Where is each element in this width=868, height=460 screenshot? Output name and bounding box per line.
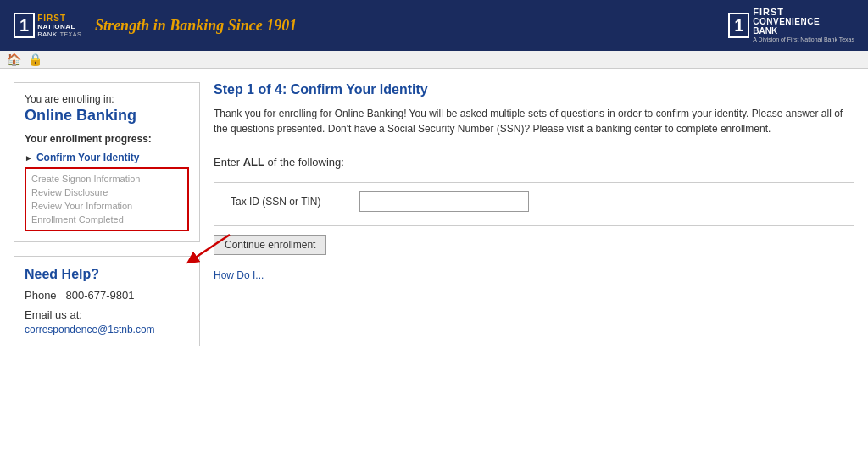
sub-header: 🏠 🔒 [0,51,868,69]
fcb-number: 1 [734,17,743,34]
phone-label: Phone [25,289,57,302]
lock-icon: 🔒 [28,53,42,66]
step-review-info: Review Your Information [31,199,182,213]
phone-number: 800-677-9801 [65,289,134,302]
step-disclosure-label: Review Disclosure [31,187,108,197]
fcb-first-label: FIRST [753,7,784,17]
tax-id-input[interactable] [359,191,529,212]
fcb-text: FIRST CONVENIENCE BANK A Division of Fir… [753,7,854,43]
fcb-division-label: A Division of First National Bank Texas [753,36,854,43]
progress-label: Your enrollment progress: [25,133,189,145]
step-enrollment-completed: Enrollment Completed [31,213,182,226]
fcb-convenience-label: CONVENIENCE [753,17,820,26]
how-do-i-link[interactable]: How Do I... [214,269,264,281]
sidebar: You are enrolling in: Online Banking You… [14,82,200,346]
step-confirm-label: Confirm Your Identity [36,152,140,163]
fnb-logo: 1 FIRST NATIONAL BANK TEXAS [14,13,81,38]
enter-all-suffix: of the following: [264,156,344,169]
enter-all-bold: ALL [243,156,264,169]
fcb-bank-label: BANK [753,26,777,36]
home-icon[interactable]: 🏠 [7,53,21,66]
email-link[interactable]: correspondence@1stnb.com [25,324,155,335]
step-review-label: Review Your Information [31,201,132,211]
svg-line-1 [192,235,230,260]
need-help-title: Need Help? [25,267,189,282]
divider-mid [214,182,854,183]
email-label: Email us at: [25,308,189,321]
fcb-logo: 1 FIRST CONVENIENCE BANK A Division of F… [728,7,854,43]
fnb-number: 1 [19,17,29,34]
header-left: 1 FIRST NATIONAL BANK TEXAS Strength in … [14,13,297,38]
fnb-logo-box: 1 [14,13,35,38]
phone-row: Phone 800-677-9801 [25,289,189,302]
step-create-signon: Create Signon Information [31,172,182,186]
fnb-first: FIRST [37,14,66,23]
main-panel: Step 1 of 4: Confirm Your Identity Thank… [214,82,854,346]
tax-id-row: Tax ID (SSN or TIN) [214,191,854,212]
bank-slogan: Strength in Banking Since 1901 [95,17,297,35]
help-sidebar: Need Help? Phone 800-677-9801 Email us a… [14,256,200,346]
fnb-bank-texas: BANK TEXAS [37,30,81,38]
tax-id-label: Tax ID (SSN or TIN) [231,196,349,208]
red-arrow [183,230,234,267]
step-arrow-icon: ► [25,153,33,163]
divider-top [214,147,854,147]
enter-all-prefix: Enter [214,156,243,169]
step-review-disclosure: Review Disclosure [31,186,182,199]
step-confirm-identity: ► Confirm Your Identity [25,150,189,165]
step-completed-label: Enrollment Completed [31,214,124,224]
header-right: 1 FIRST CONVENIENCE BANK A Division of F… [728,7,854,43]
fnb-national: NATIONAL [37,23,75,30]
online-banking-label: Online Banking [25,107,189,125]
main-content: You are enrolling in: Online Banking You… [0,69,868,360]
divider-bottom [214,225,854,226]
fnb-text-lines: FIRST NATIONAL BANK TEXAS [37,14,81,38]
step-create-label: Create Signon Information [31,174,140,184]
inactive-steps-box: Create Signon Information Review Disclos… [25,167,189,231]
page-header: 1 FIRST NATIONAL BANK TEXAS Strength in … [0,0,868,51]
fcb-logo-box: 1 [728,13,749,38]
enrollment-sidebar: You are enrolling in: Online Banking You… [14,82,200,242]
enrolling-label: You are enrolling in: [25,93,189,105]
step-description: Thank you for enrolling for Online Banki… [214,106,854,136]
enter-all-text: Enter ALL of the following: [214,156,854,169]
step-title: Step 1 of 4: Confirm Your Identity [214,82,854,97]
